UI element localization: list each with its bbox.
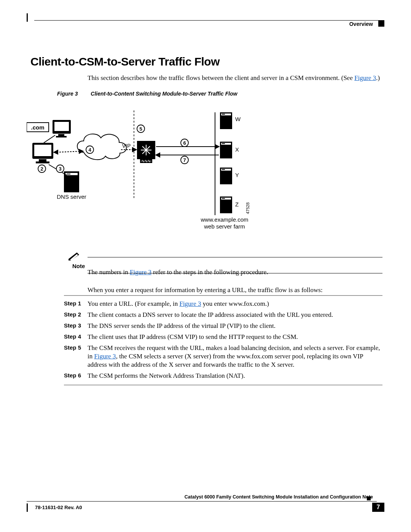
step-3-text: The DNS server sends the IP address of t… [88,322,382,330]
dotcom-label: .com [31,124,44,131]
step-3: Step 3 The DNS server sends the IP addre… [64,322,382,330]
client-computer-icon [32,143,53,163]
page-title: Client-to-CSM-to-Server Traffic Flow [30,55,220,68]
footer-doc-title: Catalyst 6000 Family Content Switching M… [185,494,373,500]
callout-4: 4 [86,146,94,153]
intro-post: .) [376,74,380,81]
svg-rect-3 [36,161,49,163]
server-y-label: Y [235,172,239,178]
pencil-icon [68,251,81,260]
intro-paragraph: This section describes how the traffic f… [88,74,381,82]
svg-rect-6 [58,134,64,136]
step-2-text: The client contacts a DNS server to loca… [88,311,382,319]
intro-pre: This section describes how the traffic f… [88,74,354,81]
svg-rect-15 [222,114,225,115]
svg-rect-7 [56,136,67,137]
server-z-icon [220,197,232,213]
header-square-icon [378,21,384,27]
step-4-label: Step 4 [64,333,88,341]
svg-rect-21 [222,169,225,170]
header-tick [27,13,30,22]
svg-text:2: 2 [40,166,43,172]
note-rule-top [88,257,382,257]
step-6-text: The CSM performs the Network Address Tra… [88,372,382,380]
svg-rect-18 [222,143,225,144]
callout-6: 6 [181,139,188,147]
line-client-dotcom [44,135,55,143]
figure-3-link-step1[interactable]: Figure 3 [179,300,201,307]
svg-rect-5 [54,122,69,131]
callout-7: 7 [181,156,188,164]
server-w-label: W [235,116,241,122]
steps-list: Step 1 You enter a URL. (For example, in… [64,300,382,385]
step-3-label: Step 3 [64,322,88,330]
procedure-intro: When you enter a request for information… [88,286,381,294]
server-w-icon [220,112,232,129]
header-rule [34,20,384,21]
steps-rule-bottom [64,385,382,385]
csm-switch-icon [137,141,155,163]
step-4-text: The client uses that IP address (CSM VIP… [88,333,382,341]
figure-3-link[interactable]: Figure 3 [354,74,376,81]
footer-revision: 78-11631-02 Rev. A0 [35,505,82,510]
server-x-label: X [235,146,239,153]
note-pre: The numbers in [88,268,130,276]
svg-text:3: 3 [59,166,61,172]
svg-text:7: 7 [183,157,186,163]
vip-label: VIP [122,143,131,149]
callout-5: 5 [137,125,145,133]
step-1: Step 1 You enter a URL. (For example, in… [64,300,382,308]
callout-2: 2 [38,165,46,173]
svg-rect-24 [222,198,225,199]
note-label: Note [72,263,85,269]
callout-3: 3 [56,165,64,173]
farm-label-1: www.example.com [200,216,248,223]
server-z-label: Z [235,201,239,208]
figure-3-link-step5[interactable]: Figure 3 [94,353,116,360]
page-number: 7 [372,503,384,512]
step-5-text: The CSM receives the request with the UR… [88,344,382,369]
note-text: The numbers in Figure 3 refer to the ste… [88,268,381,276]
step-6: Step 6 The CSM performs the Network Addr… [64,372,382,380]
figure-title: Client-to-Content Switching Module-to-Se… [91,91,237,97]
step-1-text: You enter a URL. (For example, in Figure… [88,300,382,308]
note-post: refer to the steps in the following proc… [151,268,268,276]
step-6-label: Step 6 [64,372,88,380]
server-y-icon [220,168,232,184]
farm-label-2: web server farm [204,223,245,230]
dns-server-label: DNS server [57,193,86,200]
svg-text:4: 4 [88,147,91,153]
figure-caption: Figure 3 Client-to-Content Switching Mod… [57,91,237,97]
step-2: Step 2 The client contacts a DNS server … [64,311,382,319]
header-chapter: Overview [349,21,373,27]
figure-number: Figure 3 [57,91,78,97]
svg-text:5: 5 [139,126,142,132]
line-client-cloud [54,151,83,152]
step-1-label: Step 1 [64,300,88,308]
svg-rect-1 [34,145,51,156]
svg-text:6: 6 [183,140,186,146]
step-4: Step 4 The client uses that IP address (… [64,333,382,341]
note-rule-bottom [88,273,382,273]
step-5: Step 5 The CSM receives the request with… [64,344,382,369]
cloud-icon [77,134,126,160]
svg-rect-10 [67,174,70,174]
footer-tick [27,503,30,512]
step-2-label: Step 2 [64,311,88,319]
steps-rule-top [64,295,382,296]
step-5-label: Step 5 [64,344,88,369]
traffic-flow-diagram: .com DNS server VIP [27,99,293,236]
footer-rule [27,501,377,502]
server-x-icon [220,142,232,158]
figure-id: 47528 [245,202,250,214]
dotcom-monitor-icon [53,120,71,137]
svg-rect-2 [39,159,46,161]
figure-3-link-note[interactable]: Figure 3 [130,268,151,276]
